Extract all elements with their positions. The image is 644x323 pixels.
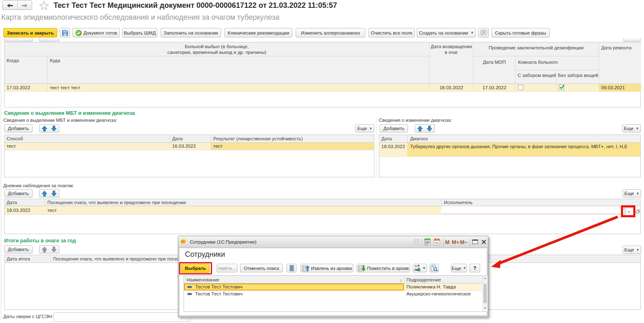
svg-text:31: 31 [435,241,439,245]
